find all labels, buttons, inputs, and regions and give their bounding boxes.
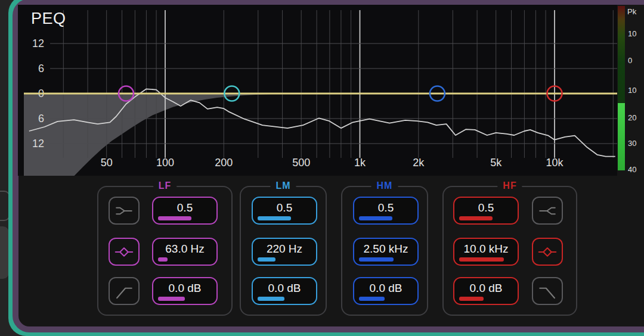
lf-q-control[interactable]: 0.5 — [152, 197, 218, 225]
lf-low-shelf-filter-button[interactable] — [109, 197, 140, 225]
meter-peak-label: Pk — [627, 7, 636, 16]
high-pass-icon — [112, 281, 136, 302]
gain-slider-bar — [158, 297, 185, 301]
freq-slider-bar — [359, 257, 394, 262]
background-widget-fill — [0, 226, 9, 279]
gain-slider-bar — [359, 297, 385, 301]
meter-level-bar — [618, 103, 625, 170]
peq-window: PEQ 1260612501002005001k2k5k10k Pk 10010… — [0, 0, 644, 336]
freq-slider-bar — [158, 257, 168, 262]
db-axis-label: 12 — [32, 38, 44, 49]
band-group-lf: LF0.563.0 Hz0.0 dB — [97, 186, 233, 316]
level-meter — [618, 6, 625, 170]
gain-value: 0.0 dB — [253, 282, 316, 295]
hf-q-control[interactable]: 0.5 — [453, 197, 519, 225]
q-value: 0.5 — [354, 201, 417, 214]
band-group-lm: LM0.5220 Hz0.0 dB — [240, 186, 327, 316]
freq-value: 63.0 Hz — [153, 242, 216, 256]
low-shelf-icon — [112, 200, 136, 222]
freq-axis-label: 500 — [292, 157, 310, 169]
lf-freq-control[interactable]: 63.0 Hz — [152, 238, 218, 266]
high-shelf-icon — [535, 200, 559, 222]
hf-bell-filter-button[interactable] — [532, 238, 563, 266]
hm-freq-control[interactable]: 2.50 kHz — [353, 238, 419, 266]
hf-gain-control[interactable]: 0.0 dB — [453, 277, 519, 305]
q-value: 0.5 — [153, 201, 216, 214]
lf-bell-filter-button[interactable] — [109, 238, 140, 266]
hf-low-pass-filter-button[interactable] — [532, 277, 563, 305]
low-pass-icon — [535, 281, 559, 302]
gain-value: 0.0 dB — [354, 282, 417, 295]
freq-axis-label: 100 — [156, 157, 174, 169]
q-slider-bar — [359, 216, 392, 220]
freq-axis-label: 10k — [546, 157, 564, 169]
gain-value: 0.0 dB — [454, 282, 518, 295]
band-group-hm: HM0.52.50 kHz0.0 dB — [341, 186, 428, 316]
meter-scale-label: 20 — [628, 113, 636, 122]
lf-gain-control[interactable]: 0.0 dB — [152, 277, 218, 305]
meter-scale-label: 0 — [628, 56, 632, 65]
q-value: 0.5 — [454, 201, 518, 214]
hf-high-shelf-filter-button[interactable] — [532, 197, 563, 225]
gain-slider-bar — [459, 297, 484, 301]
freq-axis-label: 2k — [413, 157, 425, 169]
db-axis-label: 12 — [32, 138, 44, 150]
meter-scale-label: 10 — [628, 86, 636, 95]
freq-slider-bar — [459, 257, 504, 262]
freq-axis-label: 5k — [490, 157, 502, 169]
db-axis-label: 6 — [38, 113, 44, 125]
freq-value: 10.0 kHz — [454, 242, 518, 256]
band-title-lf: LF — [153, 181, 177, 191]
bell-icon — [112, 241, 136, 263]
lm-q-control[interactable]: 0.5 — [252, 197, 317, 225]
q-slider-bar — [158, 216, 191, 220]
freq-slider-bar — [258, 257, 275, 262]
gain-value: 0.0 dB — [153, 282, 216, 295]
q-slider-bar — [258, 216, 291, 220]
hm-q-control[interactable]: 0.5 — [353, 197, 419, 225]
meter-scale-label: 40 — [628, 165, 636, 174]
graph-background — [18, 5, 617, 176]
band-group-hf: HF0.510.0 kHz0.0 dB — [442, 186, 577, 316]
band-title-lm: LM — [270, 181, 296, 191]
freq-axis-label: 200 — [215, 157, 233, 169]
lm-gain-control[interactable]: 0.0 dB — [252, 277, 317, 305]
freq-value: 220 Hz — [253, 242, 316, 256]
meter-scale-label: 30 — [628, 139, 636, 148]
hf-freq-control[interactable]: 10.0 kHz — [453, 238, 519, 266]
page-title: PEQ — [31, 10, 66, 28]
freq-axis-label: 50 — [101, 157, 113, 169]
band-title-hm: HM — [371, 181, 398, 191]
q-slider-bar — [459, 216, 493, 220]
eq-frequency-graph: 1260612501002005001k2k5k10k — [18, 5, 617, 176]
freq-value: 2.50 kHz — [354, 242, 417, 256]
q-value: 0.5 — [253, 201, 316, 214]
lf-high-pass-filter-button[interactable] — [109, 277, 140, 305]
meter-scale-label: 10 — [628, 29, 636, 38]
freq-axis-label: 1k — [354, 157, 366, 169]
bell-icon — [535, 241, 559, 263]
lm-freq-control[interactable]: 220 Hz — [252, 238, 317, 266]
db-axis-label: 6 — [38, 63, 44, 74]
hm-gain-control[interactable]: 0.0 dB — [353, 277, 419, 305]
band-title-hf: HF — [497, 181, 522, 191]
gain-slider-bar — [258, 297, 284, 301]
